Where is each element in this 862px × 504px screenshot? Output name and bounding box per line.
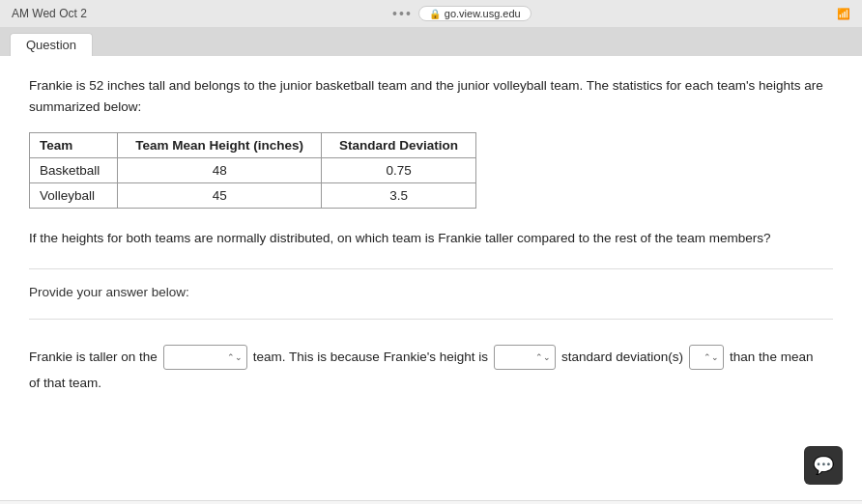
provide-answer-label: Provide your answer below: — [29, 285, 833, 299]
table-row: Volleyball 45 3.5 — [30, 183, 476, 209]
col-header-team: Team — [30, 133, 118, 158]
answer-prefix: Frankie is taller on the — [29, 350, 158, 364]
answer-suffix: than the mean — [730, 350, 813, 364]
address-bar-area: ••• 🔒 go.view.usg.edu — [392, 6, 532, 21]
row-basketball-stddev: 0.75 — [322, 158, 476, 183]
wifi-icon: 📶 — [837, 8, 850, 20]
main-content: Frankie is 52 inches tall and belongs to… — [0, 56, 862, 500]
answer-row-2: of that team. — [29, 376, 833, 390]
chat-icon: 💬 — [813, 455, 834, 476]
lock-icon: 🔒 — [429, 9, 441, 19]
browser-chrome: Question — [0, 27, 862, 56]
row-basketball-mean: 48 — [118, 158, 322, 183]
chat-bubble-button[interactable]: 💬 — [804, 446, 843, 485]
follow-up-text: If the heights for both teams are normal… — [29, 228, 833, 249]
top-bar: AM Wed Oct 2 ••• 🔒 go.view.usg.edu 📶 — [0, 0, 862, 27]
team-dropdown[interactable]: basketball volleyball — [163, 345, 247, 370]
team-dropdown-wrapper[interactable]: basketball volleyball — [163, 345, 247, 370]
url-text: go.view.usg.edu — [445, 8, 521, 19]
bottom-bar: 📋 FEEDBACK MORE INSTRUCTION SUBMIT — [0, 500, 862, 504]
row-basketball-team: Basketball — [30, 158, 118, 183]
direction-dropdown-wrapper[interactable]: above below — [494, 345, 556, 370]
answer-row: Frankie is taller on the basketball voll… — [29, 345, 833, 370]
tab-label: Question — [26, 38, 76, 52]
answer-middle1: team. This is because Frankie's height i… — [253, 350, 488, 364]
row-volleyball-stddev: 3.5 — [322, 183, 476, 209]
divider-2 — [29, 319, 833, 320]
value-dropdown-wrapper[interactable]: 1 2 3 4 — [689, 345, 724, 370]
table-row: Basketball 48 0.75 — [30, 158, 476, 183]
question-tab[interactable]: Question — [10, 33, 93, 56]
question-intro: Frankie is 52 inches tall and belongs to… — [29, 75, 833, 117]
answer-section: Frankie is taller on the basketball voll… — [29, 335, 833, 406]
col-header-mean: Team Mean Height (inches) — [118, 133, 322, 158]
stats-table: Team Team Mean Height (inches) Standard … — [29, 132, 476, 209]
col-header-stddev: Standard Deviation — [322, 133, 476, 158]
divider — [29, 268, 833, 269]
answer-suffix2: of that team. — [29, 376, 101, 390]
time-display: AM Wed Oct 2 — [12, 7, 87, 20]
value-dropdown[interactable]: 1 2 3 4 — [689, 345, 724, 370]
direction-dropdown[interactable]: above below — [494, 345, 556, 370]
browser-dots: ••• — [392, 6, 413, 21]
answer-middle2: standard deviation(s) — [561, 350, 683, 364]
row-volleyball-team: Volleyball — [30, 183, 118, 209]
row-volleyball-mean: 45 — [118, 183, 322, 209]
address-bar[interactable]: 🔒 go.view.usg.edu — [418, 6, 532, 21]
